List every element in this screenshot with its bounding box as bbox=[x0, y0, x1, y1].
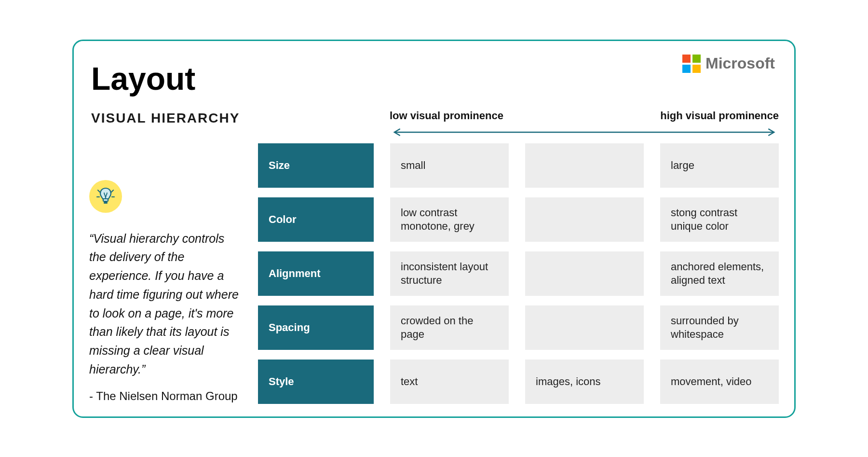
category-cell: Alignment bbox=[258, 251, 374, 296]
microsoft-icon bbox=[682, 55, 701, 73]
high-cell: stong contrast unique color bbox=[660, 197, 779, 242]
mid-cell bbox=[525, 143, 644, 188]
table-row: Style text images, icons movement, video bbox=[258, 360, 779, 404]
content-area: “Visual hierarchy controls the delivery … bbox=[89, 138, 779, 409]
mid-cell: images, icons bbox=[525, 360, 644, 404]
svg-line-5 bbox=[111, 190, 113, 192]
category-cell: Spacing bbox=[258, 305, 374, 350]
axis-high-label: high visual prominence bbox=[660, 110, 779, 122]
svg-rect-3 bbox=[692, 65, 701, 73]
axis-arrow-icon bbox=[390, 128, 779, 137]
svg-rect-8 bbox=[103, 199, 108, 201]
quote-attribution: - The Nielsen Norman Group bbox=[89, 389, 244, 403]
mid-cell bbox=[525, 197, 644, 242]
svg-line-4 bbox=[98, 190, 100, 192]
slide-container: Microsoft Layout VISUAL HIERARCHY bbox=[72, 40, 796, 418]
axis-low-label: low visual prominence bbox=[390, 110, 503, 122]
page-title: Layout bbox=[91, 60, 779, 97]
high-cell: anchored elements, aligned text bbox=[660, 251, 779, 296]
mid-cell bbox=[525, 305, 644, 350]
category-cell: Size bbox=[258, 143, 374, 188]
category-cell: Color bbox=[258, 197, 374, 242]
right-column: low visual prominence high visual promin… bbox=[258, 138, 779, 409]
table-row: Alignment inconsistent layout structure … bbox=[258, 251, 779, 296]
high-cell: surrounded by whitespace bbox=[660, 305, 779, 350]
low-cell: crowded on the page bbox=[390, 305, 509, 350]
category-cell: Style bbox=[258, 360, 374, 404]
table-row: Color low contrast monotone, grey stong … bbox=[258, 197, 779, 242]
high-cell: large bbox=[660, 143, 779, 188]
quote-text: “Visual hierarchy controls the delivery … bbox=[89, 229, 244, 379]
svg-rect-9 bbox=[104, 202, 108, 204]
microsoft-logo: Microsoft bbox=[682, 55, 775, 73]
microsoft-wordmark: Microsoft bbox=[705, 55, 775, 72]
hierarchy-grid: Size small large Color low contrast mono… bbox=[258, 143, 779, 404]
lightbulb-icon bbox=[89, 180, 122, 213]
table-row: Spacing crowded on the page surrounded b… bbox=[258, 305, 779, 350]
axis-labels: low visual prominence high visual promin… bbox=[390, 110, 779, 122]
left-column: “Visual hierarchy controls the delivery … bbox=[89, 138, 244, 409]
high-cell: movement, video bbox=[660, 360, 779, 404]
mid-cell bbox=[525, 251, 644, 296]
low-cell: low contrast monotone, grey bbox=[390, 197, 509, 242]
low-cell: small bbox=[390, 143, 509, 188]
low-cell: inconsistent layout structure bbox=[390, 251, 509, 296]
svg-rect-0 bbox=[682, 55, 691, 63]
table-row: Size small large bbox=[258, 143, 779, 188]
low-cell: text bbox=[390, 360, 509, 404]
svg-rect-2 bbox=[682, 65, 691, 73]
svg-rect-1 bbox=[692, 55, 701, 63]
